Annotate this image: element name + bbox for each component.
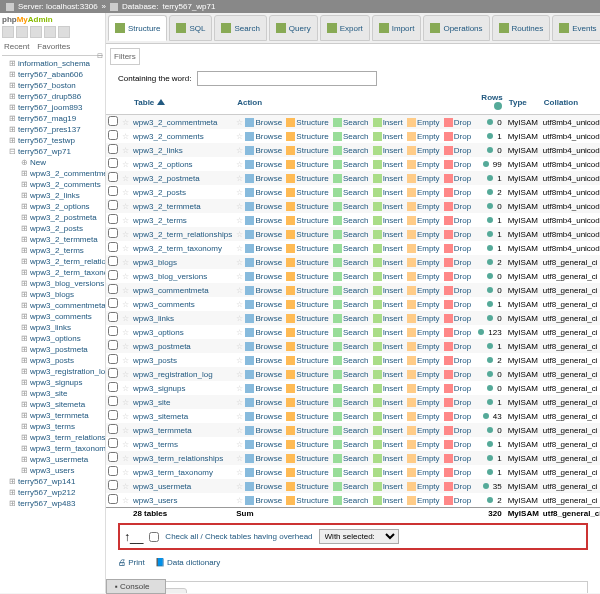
- drop-link[interactable]: Drop: [444, 118, 471, 127]
- structure-link[interactable]: Structure: [286, 454, 328, 463]
- drop-link[interactable]: Drop: [444, 482, 471, 491]
- tree-table[interactable]: ⊞wpw3_comments: [8, 311, 103, 322]
- table-name-link[interactable]: wpw3_posts: [133, 356, 177, 365]
- browse-link[interactable]: Browse: [245, 132, 282, 141]
- fav-icon[interactable]: ☆: [236, 146, 243, 155]
- drop-link[interactable]: Drop: [444, 314, 471, 323]
- search-link[interactable]: Search: [333, 412, 368, 421]
- fav-icon[interactable]: ☆: [236, 188, 243, 197]
- empty-link[interactable]: Empty: [407, 468, 440, 477]
- insert-link[interactable]: Insert: [373, 230, 403, 239]
- browse-link[interactable]: Browse: [245, 496, 282, 505]
- table-name-link[interactable]: wpw3_term_relationships: [133, 454, 223, 463]
- browse-link[interactable]: Browse: [245, 230, 282, 239]
- insert-link[interactable]: Insert: [373, 384, 403, 393]
- drop-link[interactable]: Drop: [444, 300, 471, 309]
- search-link[interactable]: Search: [333, 230, 368, 239]
- table-name-link[interactable]: wpw3_2_options: [133, 160, 193, 169]
- drop-link[interactable]: Drop: [444, 454, 471, 463]
- insert-link[interactable]: Insert: [373, 426, 403, 435]
- fav-icon[interactable]: ☆: [236, 216, 243, 225]
- tree-table[interactable]: ⊞wpw3_termmeta: [8, 410, 103, 421]
- browse-link[interactable]: Browse: [245, 244, 282, 253]
- empty-link[interactable]: Empty: [407, 398, 440, 407]
- insert-link[interactable]: Insert: [373, 272, 403, 281]
- insert-link[interactable]: Insert: [373, 370, 403, 379]
- col-collation[interactable]: Collation: [541, 90, 600, 115]
- fav-icon[interactable]: ☆: [236, 160, 243, 169]
- structure-link[interactable]: Structure: [286, 426, 328, 435]
- browse-link[interactable]: Browse: [245, 426, 282, 435]
- empty-link[interactable]: Empty: [407, 342, 440, 351]
- row-checkbox[interactable]: [108, 284, 118, 294]
- drop-link[interactable]: Drop: [444, 496, 471, 505]
- drop-link[interactable]: Drop: [444, 146, 471, 155]
- table-name-link[interactable]: wpw3_blog_versions: [133, 272, 207, 281]
- tree-table[interactable]: ⊞wpw3_2_commentmeta: [8, 168, 103, 179]
- fav-icon[interactable]: ☆: [236, 384, 243, 393]
- drop-link[interactable]: Drop: [444, 216, 471, 225]
- table-name-link[interactable]: wpw3_2_term_relationships: [133, 230, 232, 239]
- insert-link[interactable]: Insert: [373, 188, 403, 197]
- row-checkbox[interactable]: [108, 298, 118, 308]
- structure-link[interactable]: Structure: [286, 132, 328, 141]
- tree-db[interactable]: ⊞terry567_mag19: [8, 113, 103, 124]
- insert-link[interactable]: Insert: [373, 244, 403, 253]
- row-checkbox[interactable]: [108, 158, 118, 168]
- console-toggle[interactable]: ▪ Console: [106, 579, 166, 594]
- row-checkbox[interactable]: [108, 256, 118, 266]
- tree-table[interactable]: ⊞wpw3_sitemeta: [8, 399, 103, 410]
- table-name-link[interactable]: wpw3_users: [133, 496, 177, 505]
- insert-link[interactable]: Insert: [373, 342, 403, 351]
- tab-export[interactable]: Export: [320, 15, 370, 41]
- row-checkbox[interactable]: [108, 312, 118, 322]
- insert-link[interactable]: Insert: [373, 398, 403, 407]
- favorites-tab[interactable]: Favorites: [37, 42, 70, 51]
- table-name-link[interactable]: wpw3_2_comments: [133, 132, 204, 141]
- drop-link[interactable]: Drop: [444, 258, 471, 267]
- row-checkbox[interactable]: [108, 368, 118, 378]
- table-name-link[interactable]: wpw3_site: [133, 398, 170, 407]
- structure-link[interactable]: Structure: [286, 244, 328, 253]
- tree-table[interactable]: ⊞wpw3_site: [8, 388, 103, 399]
- table-name-link[interactable]: wpw3_options: [133, 328, 184, 337]
- structure-link[interactable]: Structure: [286, 328, 328, 337]
- insert-link[interactable]: Insert: [373, 300, 403, 309]
- browse-link[interactable]: Browse: [245, 160, 282, 169]
- browse-link[interactable]: Browse: [245, 216, 282, 225]
- tree-db[interactable]: ⊞terry567_boston: [8, 80, 103, 91]
- row-checkbox[interactable]: [108, 354, 118, 364]
- star-icon[interactable]: ☆: [122, 258, 129, 267]
- fav-icon[interactable]: ☆: [236, 258, 243, 267]
- table-name-link[interactable]: wpw3_term_taxonomy: [133, 468, 213, 477]
- tree-db[interactable]: ⊟terry567_wp71: [8, 146, 103, 157]
- drop-link[interactable]: Drop: [444, 230, 471, 239]
- insert-link[interactable]: Insert: [373, 258, 403, 267]
- search-link[interactable]: Search: [333, 482, 368, 491]
- row-checkbox[interactable]: [108, 242, 118, 252]
- tab-sql[interactable]: SQL: [169, 15, 212, 41]
- collapse-icon[interactable]: ⊟: [97, 52, 103, 60]
- table-name-link[interactable]: wpw3_signups: [133, 384, 185, 393]
- star-icon[interactable]: ☆: [122, 496, 129, 505]
- tree-table[interactable]: ⊞wpw3_users: [8, 465, 103, 476]
- browse-link[interactable]: Browse: [245, 328, 282, 337]
- drop-link[interactable]: Drop: [444, 244, 471, 253]
- empty-link[interactable]: Empty: [407, 230, 440, 239]
- insert-link[interactable]: Insert: [373, 440, 403, 449]
- insert-link[interactable]: Insert: [373, 118, 403, 127]
- star-icon[interactable]: ☆: [122, 174, 129, 183]
- filter-input[interactable]: [197, 71, 377, 86]
- insert-link[interactable]: Insert: [373, 468, 403, 477]
- fav-icon[interactable]: ☆: [236, 454, 243, 463]
- star-icon[interactable]: ☆: [122, 440, 129, 449]
- insert-link[interactable]: Insert: [373, 132, 403, 141]
- empty-link[interactable]: Empty: [407, 496, 440, 505]
- search-link[interactable]: Search: [333, 496, 368, 505]
- search-link[interactable]: Search: [333, 202, 368, 211]
- fav-icon[interactable]: ☆: [236, 426, 243, 435]
- browse-link[interactable]: Browse: [245, 384, 282, 393]
- fav-icon[interactable]: ☆: [236, 244, 243, 253]
- search-link[interactable]: Search: [333, 398, 368, 407]
- table-name-link[interactable]: wpw3_2_commentmeta: [133, 118, 217, 127]
